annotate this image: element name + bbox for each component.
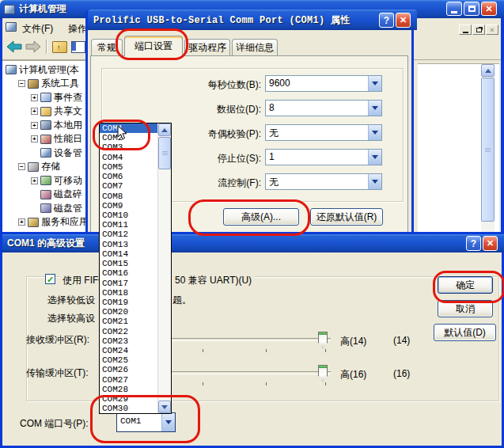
back-icon[interactable] <box>6 40 22 53</box>
tree-item-3[interactable]: +共享文 <box>2 105 82 118</box>
dropdown-item-com5[interactable]: COM5 <box>100 162 157 172</box>
dropdown-item-com28[interactable]: COM28 <box>100 385 157 394</box>
expand-icon[interactable]: + <box>31 177 38 184</box>
collapse-icon[interactable]: − <box>18 163 25 170</box>
chevron-down-icon[interactable] <box>368 150 381 165</box>
expand-icon[interactable]: + <box>31 122 38 129</box>
expand-icon[interactable]: + <box>31 108 38 115</box>
dropdown-item-com15[interactable]: COM15 <box>100 259 157 268</box>
tree-item-10[interactable]: 磁盘管 <box>2 202 82 215</box>
advanced-button[interactable]: 高级(A)... <box>223 208 299 226</box>
up-folder-icon[interactable]: ↑ <box>52 41 67 53</box>
restore-defaults-button[interactable]: 还原默认值(R) <box>310 208 383 226</box>
defaults-button[interactable]: 默认值(D) <box>434 324 496 341</box>
tree-pane[interactable]: 计算机管理(本−系统工具+事件查+共享文+本地用+性能日设备管−存储+可移动磁盘… <box>2 60 85 233</box>
tree-item-4[interactable]: +本地用 <box>2 119 82 131</box>
com-port-dropdown-list[interactable]: COM1COM2COM3COM4COM5COM6COM7COM8COM9COM1… <box>99 123 172 414</box>
dropdown-item-com23[interactable]: COM23 <box>100 336 157 346</box>
dropdown-item-com12[interactable]: COM12 <box>100 230 157 239</box>
menu-action[interactable]: 操作 <box>68 22 85 36</box>
advanced-dialog-titlebar[interactable]: COM1 的高级设置 <box>2 234 504 252</box>
tree-item-5[interactable]: +性能日 <box>2 133 82 146</box>
tree-item-0[interactable]: 计算机管理(本 <box>2 63 79 76</box>
tab-details[interactable]: 详细信息 <box>232 39 278 56</box>
expand-icon[interactable]: + <box>18 218 25 226</box>
dropdown-item-com24[interactable]: COM24 <box>100 346 157 355</box>
tab-general[interactable]: 常规 <box>91 39 123 56</box>
tree-item-2[interactable]: +事件查 <box>2 91 82 104</box>
dropdown-item-com8[interactable]: COM8 <box>100 192 157 201</box>
tree-item-1[interactable]: −系统工具 <box>2 78 79 90</box>
menu-file[interactable]: 文件(F) <box>22 22 53 36</box>
dropdown-item-com13[interactable]: COM13 <box>100 240 157 249</box>
collapse-icon[interactable]: − <box>18 80 25 87</box>
dropdown-item-com25[interactable]: COM25 <box>100 355 157 365</box>
dropdown-item-com14[interactable]: COM14 <box>100 249 157 259</box>
scroll-thumb[interactable] <box>481 78 495 222</box>
dropdown-item-com22[interactable]: COM22 <box>100 327 157 336</box>
dropdown-item-com26[interactable]: COM26 <box>100 365 157 374</box>
scroll-thumb[interactable] <box>158 137 171 169</box>
dropdown-item-com16[interactable]: COM16 <box>100 268 157 278</box>
dropdown-item-com2[interactable]: COM2 <box>100 133 157 142</box>
tree-item-11[interactable]: +服务和应用 <box>2 216 85 229</box>
dropdown-item-com30[interactable]: COM30 <box>100 404 157 413</box>
chevron-down-icon[interactable] <box>368 101 381 116</box>
dropdown-item-com11[interactable]: COM11 <box>100 220 157 230</box>
tree-item-8[interactable]: +可移动 <box>2 174 82 187</box>
dropdown-item-com3[interactable]: COM3 <box>100 142 157 152</box>
dropdown-item-com19[interactable]: COM19 <box>100 298 157 307</box>
tree-item-6[interactable]: 设备管 <box>2 146 82 159</box>
dropdown-item-com20[interactable]: COM20 <box>100 307 157 317</box>
expand-icon[interactable]: + <box>31 135 38 142</box>
forward-icon[interactable] <box>25 40 41 53</box>
child-restore-button[interactable] <box>472 25 485 35</box>
scroll-down-button[interactable] <box>158 401 171 413</box>
scroll-up-button[interactable] <box>158 123 171 136</box>
dropdown-item-com7[interactable]: COM7 <box>100 181 157 191</box>
child-minimize-button[interactable] <box>459 25 472 35</box>
properties-close-button[interactable]: ✕ <box>396 13 411 28</box>
dropdown-item-com1[interactable]: COM1 <box>100 123 157 133</box>
tree-item-7[interactable]: −存储 <box>2 161 60 173</box>
console-tree-icon[interactable] <box>71 41 85 53</box>
dropdown-scrollbar[interactable] <box>157 123 171 413</box>
fifo-checkbox[interactable]: ✓ <box>45 274 55 284</box>
chevron-down-icon[interactable] <box>368 125 381 140</box>
bits-per-second-select[interactable]: 9600 <box>265 75 382 92</box>
dropdown-item-com17[interactable]: COM17 <box>100 279 157 288</box>
ok-button[interactable]: 确定 <box>438 276 493 294</box>
dropdown-item-com10[interactable]: COM10 <box>100 211 157 220</box>
com-port-number-select[interactable]: COM1 <box>116 412 176 432</box>
right-pane-scrollbar[interactable] <box>481 64 495 232</box>
expand-icon[interactable]: + <box>31 94 38 101</box>
close-button[interactable]: ✕ <box>481 2 497 16</box>
dropdown-item-com18[interactable]: COM18 <box>100 288 157 298</box>
dropdown-item-com29[interactable]: COM29 <box>100 394 157 404</box>
stop-bits-select[interactable]: 1 <box>265 149 382 165</box>
flow-control-select[interactable]: 无 <box>265 173 382 190</box>
dropdown-item-com4[interactable]: COM4 <box>100 153 157 162</box>
menu-system-icon[interactable] <box>6 22 17 32</box>
tab-port-settings[interactable]: 端口设置 <box>124 36 183 56</box>
tree-item-9[interactable]: 磁盘碎 <box>2 188 82 201</box>
maximize-button[interactable] <box>464 2 479 16</box>
properties-help-button[interactable]: ? <box>379 13 394 28</box>
minimize-button[interactable] <box>446 2 462 16</box>
chevron-down-icon[interactable] <box>161 413 175 431</box>
dropdown-item-com9[interactable]: COM9 <box>100 201 157 211</box>
dropdown-item-com21[interactable]: COM21 <box>100 317 157 326</box>
cancel-button[interactable]: 取消 <box>438 300 493 317</box>
data-bits-select[interactable]: 8 <box>265 100 382 116</box>
advanced-close-button[interactable]: ✕ <box>483 236 498 251</box>
child-close-button[interactable]: × <box>486 25 498 35</box>
advanced-help-button[interactable]: ? <box>466 236 481 251</box>
tab-driver[interactable]: 驱动程序 <box>184 39 230 56</box>
chevron-down-icon[interactable] <box>368 174 381 189</box>
properties-dialog-titlebar[interactable]: Prolific USB-to-Serial Comm Port (COM1) … <box>88 9 417 30</box>
dropdown-item-com27[interactable]: COM27 <box>100 375 157 385</box>
scroll-up-button[interactable] <box>481 64 495 77</box>
chevron-down-icon[interactable] <box>368 76 381 91</box>
parity-select[interactable]: 无 <box>265 124 382 141</box>
dropdown-item-com6[interactable]: COM6 <box>100 172 157 181</box>
